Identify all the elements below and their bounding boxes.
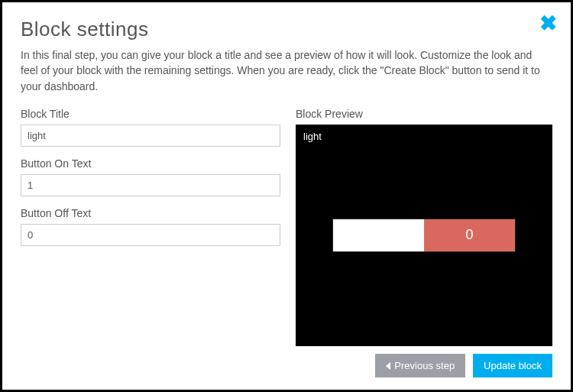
block-preview: light 0 (296, 125, 552, 346)
button-on-label: Button On Text (21, 157, 280, 170)
toggle-switch[interactable]: 0 (332, 219, 516, 252)
close-icon[interactable]: ✖ (539, 13, 557, 34)
block-preview-label: Block Preview (296, 108, 552, 120)
button-off-input[interactable] (21, 224, 280, 246)
block-title-label: Block Title (21, 108, 280, 120)
settings-form: Block Title Button On Text Button Off Te… (21, 108, 280, 345)
update-block-button[interactable]: Update block (473, 354, 552, 377)
update-block-label: Update block (484, 360, 542, 371)
page-title: Block settings (21, 18, 552, 41)
preview-column: Block Preview light 0 (296, 108, 552, 345)
block-settings-modal: ✖ Block settings In this final step, you… (0, 0, 573, 392)
toggle-on-side (333, 219, 424, 251)
previous-step-label: Previous step (394, 360, 455, 371)
content-area: Block Title Button On Text Button Off Te… (21, 108, 552, 345)
modal-footer: Previous step Update block (21, 354, 552, 377)
block-title-input[interactable] (21, 125, 280, 147)
button-off-label: Button Off Text (21, 207, 280, 219)
page-description: In this final step, you can give your bl… (21, 47, 540, 94)
button-on-input[interactable] (21, 174, 280, 196)
toggle-off-side: 0 (424, 219, 515, 251)
previous-step-button[interactable]: Previous step (375, 354, 465, 377)
preview-block-title: light (296, 125, 329, 148)
chevron-left-icon (386, 362, 390, 370)
